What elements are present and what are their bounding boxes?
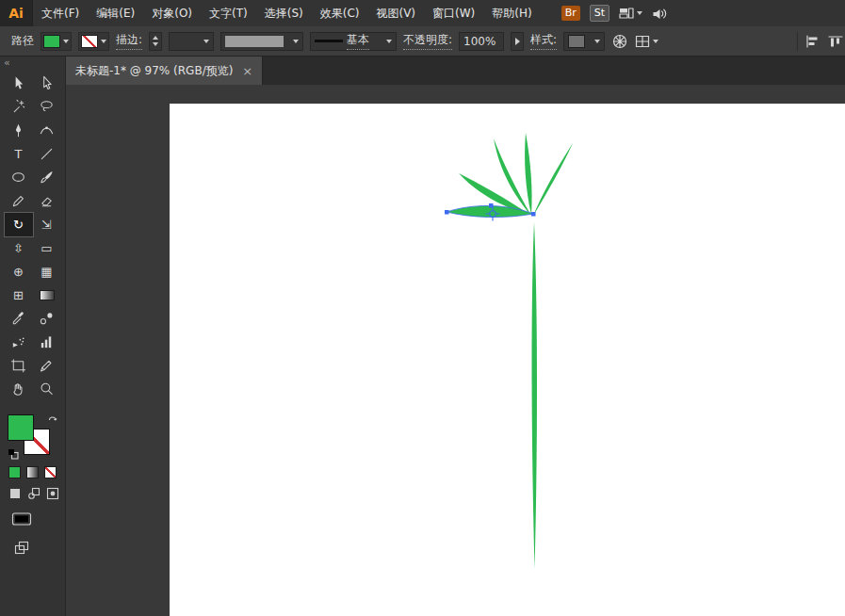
stroke-weight-label[interactable]: 描边: [116, 32, 142, 50]
shape-builder-tool[interactable]: ⊕ [5, 260, 33, 284]
fill-color-button[interactable] [41, 32, 72, 51]
menu-help[interactable]: 帮助(H) [483, 0, 540, 26]
stepper-down-icon [153, 42, 158, 46]
recolor-artwork-button[interactable] [611, 33, 628, 50]
draw-inside-icon[interactable] [46, 487, 59, 500]
menu-type[interactable]: 文字(T) [201, 0, 256, 26]
menu-object[interactable]: 对象(O) [143, 0, 201, 26]
paintbrush-icon [39, 170, 55, 186]
stock-badge[interactable]: St [590, 5, 609, 22]
caret-down-icon [637, 11, 642, 15]
menu-file[interactable]: 文件(F) [33, 0, 88, 26]
caret-down-icon [386, 40, 392, 43]
align-vertical-icon[interactable] [828, 35, 843, 48]
selection-tool[interactable] [5, 72, 33, 95]
lasso-tool[interactable] [33, 95, 61, 119]
style-swatch-icon [568, 35, 585, 48]
color-mode-buttons [0, 466, 65, 478]
app-logo[interactable]: Ai [0, 0, 33, 26]
mesh-tool[interactable]: ⊞ [5, 284, 33, 307]
opacity-value: 100% [463, 35, 496, 48]
menu-select[interactable]: 选择(S) [256, 0, 312, 26]
none-button[interactable] [44, 466, 57, 478]
width-tool[interactable]: ⇳ [5, 236, 33, 260]
free-transform-tool[interactable]: ▭ [33, 236, 61, 260]
menu-window[interactable]: 窗口(W) [424, 0, 483, 26]
pencil-tool[interactable] [5, 189, 33, 213]
eraser-tool[interactable] [33, 189, 61, 213]
fill-swatch[interactable] [8, 414, 34, 441]
edit-toolbar-button[interactable] [13, 540, 65, 560]
gradient-tool[interactable] [33, 284, 61, 307]
zoom-tool[interactable] [33, 378, 61, 401]
menu-edit[interactable]: 编辑(E) [88, 0, 143, 26]
type-tool[interactable]: T [5, 142, 33, 166]
width-profile-combo[interactable] [220, 32, 303, 51]
caret-down-icon [203, 40, 209, 43]
color-button[interactable] [8, 466, 21, 478]
opacity-label[interactable]: 不透明度: [403, 32, 452, 50]
artboard[interactable] [170, 104, 845, 616]
canvas-area[interactable] [66, 85, 845, 616]
controlbar-right-icons [797, 32, 845, 51]
menu-view[interactable]: 视图(V) [367, 0, 424, 26]
symbol-sprayer-tool[interactable] [5, 331, 33, 354]
perspective-grid-icon: ▦ [41, 266, 52, 278]
align-horizontal-icon[interactable] [805, 35, 821, 48]
workspace-layout-icon [619, 7, 634, 20]
perspective-grid-tool[interactable]: ▦ [33, 260, 61, 284]
opacity-slider-button[interactable] [511, 32, 524, 51]
tools-panel: « T ↻ ⇲ ⇳ ▭ ⊕ ▦ ⊞ [0, 57, 66, 616]
eraser-icon [39, 193, 55, 209]
scale-tool[interactable]: ⇲ [33, 213, 61, 236]
paintbrush-tool[interactable] [33, 166, 61, 189]
screen-mode-icon [11, 511, 32, 527]
document-tab-bar: 未标题-1* @ 97% (RGB/预览) × [66, 57, 845, 86]
gradient-button[interactable] [26, 466, 39, 478]
anchor-point[interactable] [445, 210, 449, 215]
style-label[interactable]: 样式: [530, 32, 557, 50]
draw-normal-icon[interactable] [8, 487, 22, 500]
recolor-artwork-icon [611, 33, 628, 50]
blend-tool[interactable] [33, 307, 61, 331]
illustrator-window: Ai 文件(F) 编辑(E) 对象(O) 文字(T) 选择(S) 效果(C) 视… [0, 0, 845, 616]
arrange-menu[interactable] [635, 35, 658, 48]
direct-selection-tool[interactable] [33, 72, 61, 95]
stroke-none-swatch-icon [81, 35, 98, 48]
menu-effect[interactable]: 效果(C) [312, 0, 368, 26]
anchor-point[interactable] [531, 212, 536, 217]
graphic-style-combo[interactable] [563, 32, 605, 51]
eyedropper-tool[interactable] [5, 307, 33, 331]
brush-definition-value: 基本 [347, 32, 369, 50]
line-segment-tool[interactable] [33, 142, 61, 166]
line-segment-icon [39, 146, 55, 162]
menu-bar: Ai 文件(F) 编辑(E) 对象(O) 文字(T) 选择(S) 效果(C) 视… [0, 0, 845, 27]
document-tab[interactable]: 未标题-1* @ 97% (RGB/预览) × [66, 57, 263, 85]
default-fill-stroke-icon[interactable] [8, 448, 19, 460]
bridge-badge[interactable]: Br [561, 6, 580, 21]
rotate-tool[interactable]: ↻ [5, 213, 33, 236]
draw-behind-icon[interactable] [27, 487, 41, 500]
screen-mode-button[interactable] [11, 511, 65, 530]
artboard-tool[interactable] [5, 354, 33, 378]
swap-fill-stroke-icon[interactable] [48, 414, 58, 425]
magic-wand-tool[interactable] [5, 95, 33, 119]
stroke-weight-combo[interactable] [169, 32, 214, 51]
curvature-tool[interactable] [33, 119, 61, 142]
opacity-input[interactable]: 100% [459, 32, 504, 51]
separator [797, 32, 798, 51]
stroke-weight-stepper[interactable] [149, 32, 162, 51]
column-graph-tool[interactable] [33, 331, 61, 354]
collapse-panel-icon[interactable]: « [0, 57, 65, 72]
tab-close-icon[interactable]: × [242, 65, 252, 77]
share-feedback[interactable] [652, 7, 668, 21]
slice-tool[interactable] [33, 354, 61, 378]
document-tab-title[interactable]: 未标题-1* @ 97% (RGB/预览) [75, 63, 233, 79]
pen-tool[interactable] [5, 119, 33, 142]
brush-definition-combo[interactable]: 基本 [310, 32, 397, 51]
zoom-magnifier-icon [39, 381, 55, 397]
ellipse-tool[interactable] [5, 166, 33, 189]
stroke-color-button[interactable] [78, 32, 109, 51]
workspace-switcher[interactable] [619, 7, 642, 20]
hand-tool[interactable] [5, 378, 33, 401]
